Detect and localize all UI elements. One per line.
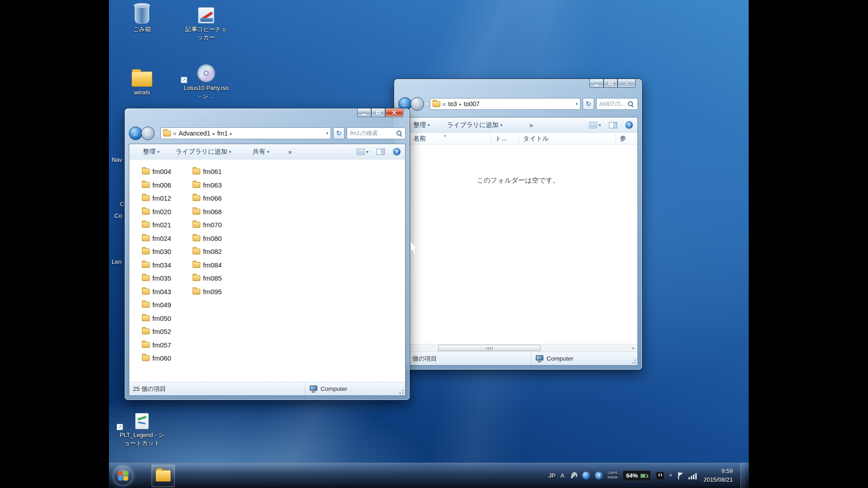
back-button[interactable]: ← [129,127,142,140]
explorer-window-to007[interactable]: ← → ▾ « to3 ▸ to007 ▾ ↻ to007の... 整理 ▾ [394,79,642,370]
resize-grip[interactable] [631,358,637,364]
folder-item[interactable]: fm060 [142,352,193,365]
title-bar[interactable] [125,108,351,125]
search-input[interactable]: to007の... [599,100,625,108]
search-box[interactable]: to007の... [596,98,638,110]
close-button[interactable] [618,79,636,88]
resize-grip[interactable] [398,389,404,394]
close-button[interactable] [385,108,403,117]
folder-item[interactable]: fm080 [193,232,243,245]
preview-pane-button[interactable] [609,122,617,128]
address-bar[interactable]: « to3 ▸ to007 ▾ [430,98,580,110]
breadcrumb-overflow[interactable]: « [173,130,177,137]
ime-caps-kana-indicator[interactable]: CAPS KANA [608,471,618,480]
search-box[interactable]: fm1の検索 [347,127,406,139]
folder-item[interactable]: fm085 [193,272,243,285]
forward-button[interactable]: → [410,97,424,111]
partial-icon-label[interactable]: Len [112,258,122,265]
breadcrumb-item[interactable]: to007 [464,100,480,108]
power-plug-icon[interactable] [656,472,664,480]
maximize-button[interactable] [604,79,618,88]
folder-item[interactable]: fm030 [142,245,193,258]
scroll-right-button[interactable]: ▸ [630,344,637,352]
folder-item[interactable]: fm057 [142,338,193,352]
ime-mode-indicator[interactable]: A [560,472,564,479]
change-view-button[interactable]: ▾ [589,122,601,128]
search-input[interactable]: fm1の検索 [350,129,377,137]
partial-icon-label[interactable]: C [120,201,124,207]
help-tray-icon[interactable]: ? [595,472,603,479]
folder-item[interactable]: fm082 [193,245,243,258]
folder-item[interactable]: fm006 [142,178,193,192]
toolbar-add-to-library[interactable]: ライブラリに追加 ▾ [176,148,231,156]
forward-button[interactable]: → [141,127,155,140]
folder-item[interactable]: fm024 [142,232,193,245]
toolbar-organize[interactable]: 整理 ▾ [143,148,160,156]
start-button[interactable] [113,465,133,486]
maximize-button[interactable] [371,108,385,117]
show-hidden-icons-button[interactable]: ˄ [669,473,672,479]
change-view-button[interactable]: ▾ [357,149,368,155]
language-indicator[interactable]: JP [548,472,555,479]
desktop-icon-lotus-iso[interactable]: ↗ Lotus10 Party.iso - シ... [183,61,230,100]
scrollbar-thumb[interactable] [438,345,541,351]
file-list-area[interactable]: fm004fm006fm012fm020fm021fm024fm030fm034… [129,160,405,382]
column-header-ref[interactable]: 参 [616,133,637,144]
folder-item[interactable]: fm043 [142,285,193,299]
toolbar-overflow[interactable]: » [288,148,292,155]
column-header-title[interactable]: タイトル [519,133,616,144]
minimize-button[interactable] [357,108,371,117]
toolbar-organize[interactable]: 整理 ▾ [413,121,430,129]
breadcrumb-item[interactable]: to3 [448,100,457,108]
folder-item[interactable]: fm052 [142,325,193,338]
folder-item[interactable]: fm050 [142,312,193,325]
taskbar-clock[interactable]: 9:59 2015/08/21 [703,467,733,484]
taskbar-explorer-button[interactable] [151,465,175,487]
folder-item[interactable]: fm068 [193,205,243,219]
desktop-icon-winxls[interactable]: winxls [118,66,165,97]
column-header-date[interactable]: ト... [491,133,519,144]
folder-item[interactable]: fm021 [142,218,193,232]
app-tray-icon[interactable] [582,472,590,479]
refresh-button[interactable]: ↻ [333,127,344,139]
address-dropdown-icon[interactable]: ▾ [576,102,578,106]
folder-item[interactable]: fm095 [193,285,243,299]
minimize-button[interactable] [590,79,604,88]
tools-tray-icon[interactable] [569,472,577,480]
breadcrumb-item[interactable]: fm1 [217,130,227,137]
folder-item[interactable]: fm066 [193,192,243,205]
history-dropdown-icon[interactable]: ▾ [425,102,428,106]
action-center-icon[interactable] [677,472,684,479]
address-bar[interactable]: « Advanced1 ▸ fm1 ▸ ▾ [160,127,331,139]
folder-item[interactable]: fm035 [142,272,193,285]
horizontal-scrollbar[interactable]: ◂ ▸ [399,344,637,352]
desktop-icon-article-checker[interactable]: 記事コピーチェッカー [183,3,230,41]
address-dropdown-icon[interactable]: ▾ [326,131,328,136]
history-dropdown-icon[interactable]: ▾ [156,131,158,136]
desktop-icon-plt-legend[interactable]: ↗ PLT_Legend - ショートカット [118,408,165,447]
folder-item[interactable]: fm084 [193,258,243,272]
preview-pane-button[interactable] [377,149,385,155]
folder-item[interactable]: fm070 [193,218,243,232]
folder-item[interactable]: fm049 [142,298,193,312]
help-button[interactable]: ? [393,148,401,155]
partial-icon-label[interactable]: Co [114,212,122,219]
toolbar-add-to-library[interactable]: ライブラリに追加 ▾ [447,121,503,129]
folder-item[interactable]: fm063 [193,178,243,192]
folder-item[interactable]: fm004 [142,165,193,178]
folder-item[interactable]: fm061 [193,165,243,178]
desktop-icon-recycle-bin[interactable]: ごみ箱 [118,3,165,33]
folder-item[interactable]: fm034 [142,258,193,272]
battery-meter[interactable]: 64% [623,470,651,481]
partial-icon-label[interactable]: Nav [112,156,122,163]
help-button[interactable]: ? [625,121,633,129]
toolbar-share[interactable]: 共有 ▾ [253,148,269,156]
folder-item[interactable]: fm020 [142,205,193,219]
show-desktop-button[interactable] [741,463,745,488]
folder-item[interactable]: fm012 [142,192,193,205]
toolbar-overflow[interactable]: » [529,122,533,129]
file-list-area[interactable]: このフォルダーは空です。 [399,145,637,344]
breadcrumb-item[interactable]: Advanced1 [179,130,210,137]
network-signal-icon[interactable] [689,472,697,479]
title-bar[interactable] [394,79,583,95]
